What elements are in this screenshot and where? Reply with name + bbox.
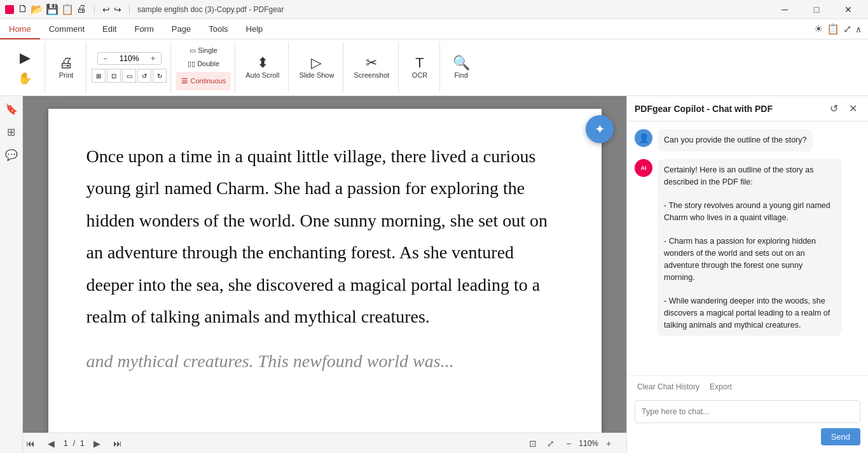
clipboard-btn[interactable]: 📋	[827, 23, 839, 35]
chat-input[interactable]	[635, 400, 860, 423]
single-view-btn[interactable]: ▭ Single	[186, 45, 221, 56]
user-bubble: Can you provide the outline of the story…	[658, 129, 813, 151]
user-avatar-icon: 👤	[638, 133, 649, 143]
tab-page[interactable]: Page	[163, 20, 200, 39]
ocr-btn[interactable]: T OCR	[404, 53, 436, 81]
hand-icon: ✋	[18, 73, 32, 84]
zoom-plus-btn[interactable]: +	[148, 54, 158, 63]
double-view-btn[interactable]: ▯▯ Double	[184, 59, 223, 69]
continuous-view-icon: ≡	[181, 74, 188, 88]
slideshow-group: ▷ Slide Show	[290, 42, 343, 93]
single-view-icon: ▭	[189, 46, 196, 55]
theme-toggle-btn[interactable]: ☀	[814, 23, 823, 35]
hand-tool-btn[interactable]: ✋	[9, 70, 41, 87]
pdf-content-extra: and mythical creatures. This newfound wo…	[86, 345, 563, 377]
separator	[94, 4, 95, 15]
window-controls: ─ □ ✕	[770, 0, 863, 19]
autoscroll-btn[interactable]: ⬍ Auto Scroll	[240, 53, 284, 81]
zoom-minus-btn[interactable]: −	[100, 54, 111, 63]
last-page-btn[interactable]: ⏭	[110, 436, 125, 451]
zoom-control: − +	[97, 52, 162, 65]
chat-footer-actions: Clear Chat History Export	[627, 375, 868, 395]
tab-home[interactable]: Home	[0, 20, 40, 39]
tab-help[interactable]: Help	[237, 20, 272, 39]
chat-panel: PDFgear Copilot - Chat with PDF ↺ ✕ 👤 Ca…	[626, 96, 868, 453]
pdf-page: Once upon a time in a quaint little vill…	[48, 109, 602, 433]
sidebar-bookmark-btn[interactable]: 🔖	[4, 101, 19, 116]
chat-messages: 👤 Can you provide the outline of the sto…	[627, 122, 868, 375]
next-page-btn[interactable]: ▶	[90, 436, 105, 451]
find-group: 🔍 Find	[441, 42, 481, 93]
ribbon-collapse-btn[interactable]: ∧	[855, 24, 862, 34]
chat-header-icons: ↺ ✕	[826, 101, 860, 116]
ai-chat-float-btn[interactable]: ✦	[586, 115, 614, 143]
open-btn[interactable]: 📂	[31, 3, 43, 15]
chat-send-btn[interactable]: Send	[821, 428, 860, 445]
rotate-cw-btn[interactable]: ↻	[153, 69, 167, 83]
title-bar-left: 🗋 📂 💾 📋 🖨 ↩ ↪ sample english doc (3)-Cop…	[5, 3, 284, 15]
pdf-content: Once upon a time in a quaint little vill…	[86, 141, 563, 333]
sidebar-comment-btn[interactable]: 💬	[4, 147, 19, 162]
ribbon-tab-spacer	[272, 19, 808, 39]
find-icon: 🔍	[453, 56, 470, 70]
save-as-btn[interactable]: 📋	[61, 3, 74, 15]
chat-close-btn[interactable]: ✕	[845, 101, 860, 116]
bot-avatar: AI	[635, 159, 652, 177]
slideshow-btn[interactable]: ▷ Slide Show	[294, 53, 339, 81]
save-btn[interactable]: 💾	[46, 3, 59, 15]
left-sidebar: 🔖 ⊞ 💬	[0, 96, 23, 453]
fit-width-btn[interactable]: ⊡	[107, 69, 121, 83]
print-icon: 🖨	[59, 56, 73, 70]
ribbon: Home Comment Edit Form Page Tools Help ☀…	[0, 19, 868, 96]
minimize-btn[interactable]: ─	[770, 0, 799, 19]
print-title-btn[interactable]: 🖨	[76, 3, 86, 15]
clear-chat-btn[interactable]: Clear Chat History	[635, 381, 702, 393]
export-btn[interactable]: Export	[707, 381, 734, 393]
print-btn[interactable]: 🖨 Print	[50, 53, 82, 81]
autoscroll-icon: ⬍	[257, 56, 268, 70]
screenshot-icon: ✂	[366, 56, 377, 70]
chat-input-area: Send	[627, 395, 868, 453]
fit-page-btn[interactable]: ⊞	[92, 69, 106, 83]
zoom-input[interactable]	[112, 54, 147, 63]
separator2	[129, 4, 130, 15]
autoscroll-group: ⬍ Auto Scroll	[237, 42, 289, 93]
undo-btn[interactable]: ↩	[102, 4, 110, 15]
ai-icon: ✦	[595, 122, 605, 137]
tab-form[interactable]: Form	[125, 20, 162, 39]
ribbon-tabs: Home Comment Edit Form Page Tools Help ☀…	[0, 19, 868, 39]
tab-comment[interactable]: Comment	[40, 20, 93, 39]
ocr-group: T OCR	[400, 42, 440, 93]
expand-btn[interactable]: ⤢	[843, 23, 851, 35]
page-separator: /	[73, 439, 75, 448]
maximize-btn[interactable]: □	[802, 0, 831, 19]
pdf-scroll[interactable]: Once upon a time in a quaint little vill…	[23, 96, 626, 433]
sidebar-thumbnail-btn[interactable]: ⊞	[4, 124, 19, 139]
user-avatar: 👤	[635, 129, 652, 147]
screenshot-btn[interactable]: ✂ Screenshot	[348, 53, 394, 81]
bottom-zoom-out-btn[interactable]: −	[561, 436, 576, 451]
app-icon	[5, 5, 14, 14]
cursor-group: ▶ ✋	[5, 42, 45, 93]
tab-edit[interactable]: Edit	[93, 20, 125, 39]
ribbon-right-controls: ☀ 📋 ⤢ ∧	[808, 19, 868, 39]
pointer-tool-btn[interactable]: ▶	[9, 48, 41, 67]
bottom-fullscreen-btn[interactable]: ⤢	[543, 436, 558, 451]
fit-height-btn[interactable]: ▭	[122, 69, 136, 83]
find-btn[interactable]: 🔍 Find	[445, 53, 477, 81]
chat-title: PDFgear Copilot - Chat with PDF	[635, 104, 773, 114]
redo-btn[interactable]: ↪	[114, 4, 121, 15]
chat-refresh-btn[interactable]: ↺	[826, 101, 841, 116]
bottom-zoom-in-btn[interactable]: +	[601, 436, 616, 451]
first-page-btn[interactable]: ⏮	[23, 436, 38, 451]
new-btn[interactable]: 🗋	[18, 3, 28, 15]
prev-page-btn[interactable]: ◀	[43, 436, 59, 451]
view-mode-group: ▭ Single ▯▯ Double ≡ Continuous	[172, 42, 235, 93]
bottom-zoom-value: 110%	[579, 439, 598, 448]
close-btn[interactable]: ✕	[834, 0, 863, 19]
tab-tools[interactable]: Tools	[200, 20, 237, 39]
rotate-ccw-btn[interactable]: ↺	[137, 69, 151, 83]
app-title: sample english doc (3)-Copy.pdf - PDFgea…	[137, 5, 284, 14]
bottom-fit-btn[interactable]: ⊡	[525, 436, 541, 451]
continuous-view-btn[interactable]: ≡ Continuous	[176, 72, 231, 90]
